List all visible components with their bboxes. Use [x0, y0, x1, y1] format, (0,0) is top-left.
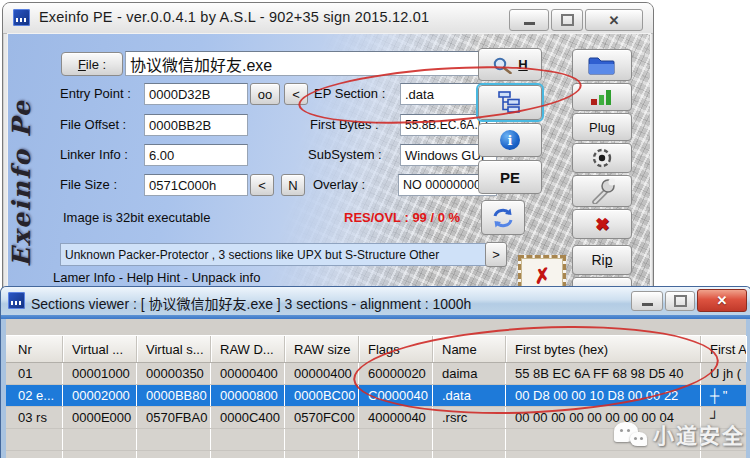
- table-cell[interactable]: [9, 451, 63, 458]
- column-header[interactable]: Virtual s...: [137, 336, 211, 362]
- table-cell[interactable]: [285, 429, 359, 450]
- file-button[interactable]: File :: [61, 52, 123, 76]
- lamer-info-text: Lamer Info - Help Hint - Unpack info: [53, 270, 260, 285]
- brand-vertical-text: Exeinfo Pe: [7, 68, 49, 291]
- linker-info-field[interactable]: 6.00: [144, 144, 248, 166]
- size-back-button[interactable]: <: [250, 174, 274, 196]
- pe-button[interactable]: PE: [478, 160, 542, 194]
- table-cell[interactable]: 40000040: [359, 407, 433, 428]
- table-cell[interactable]: 03 rs: [9, 407, 63, 428]
- wrench-icon: [589, 178, 615, 204]
- table-cell[interactable]: 00000800: [211, 385, 285, 406]
- table-cell[interactable]: 00002000: [63, 385, 137, 406]
- overlay-label: Overlay :: [313, 177, 365, 192]
- file-offset-field[interactable]: 0000BB2B: [144, 114, 248, 136]
- table-cell[interactable]: 0000BC00: [285, 385, 359, 406]
- file-offset-label: File Offset :: [60, 117, 126, 132]
- sections-app-icon: [8, 292, 25, 309]
- oo-button[interactable]: oo: [250, 83, 280, 105]
- bar-chart-icon: [589, 87, 615, 107]
- n-button[interactable]: N: [281, 174, 305, 196]
- sections-window-title: Sections viewer : [ 协议微信加好友.exe ] 3 sect…: [31, 293, 471, 313]
- table-cell[interactable]: [137, 451, 211, 458]
- refresh-icon: [491, 207, 515, 229]
- minimize-button[interactable]: [509, 9, 549, 31]
- window-title: Exeinfo PE - ver.0.0.4.1 by A.S.L - 902+…: [39, 9, 429, 25]
- red-x-icon: ✖: [595, 214, 609, 235]
- plug-button[interactable]: Plug: [572, 113, 632, 141]
- open-file-button[interactable]: [572, 49, 632, 81]
- table-cell[interactable]: 01: [9, 363, 63, 384]
- table-cell[interactable]: 00001000: [63, 363, 137, 384]
- linker-info-label: Linker Info :: [60, 147, 128, 162]
- options-button[interactable]: [572, 143, 632, 173]
- close-button[interactable]: ✕: [585, 9, 643, 31]
- table-cell[interactable]: [701, 451, 746, 458]
- table-cell[interactable]: [137, 429, 211, 450]
- maximize-button[interactable]: [551, 9, 583, 31]
- table-cell[interactable]: 00000400: [211, 363, 285, 384]
- minimize-icon: [524, 22, 535, 25]
- maximize-icon: [561, 14, 574, 26]
- folder-icon: [587, 54, 617, 76]
- tools-button[interactable]: [572, 175, 632, 207]
- column-header[interactable]: RAW D...: [211, 336, 285, 362]
- table-cell[interactable]: [359, 429, 433, 450]
- file-size-field[interactable]: 0571C000h: [144, 174, 248, 196]
- table-cell[interactable]: [506, 451, 701, 458]
- sections-close-icon: ✕: [717, 294, 728, 307]
- rip-button[interactable]: Rip: [572, 245, 632, 275]
- info-button[interactable]: i: [478, 123, 542, 157]
- sections-viewer-window: Sections viewer : [ 协议微信加好友.exe ] 3 sect…: [0, 286, 750, 458]
- file-size-label: File Size :: [60, 177, 117, 192]
- table-cell[interactable]: [433, 429, 506, 450]
- chat-bubbles-icon: [614, 422, 647, 446]
- exit-button[interactable]: ✖: [572, 209, 632, 239]
- diagnosis-field[interactable]: Unknown Packer-Protector , 3 sections li…: [60, 243, 490, 266]
- watermark-text: 小道安全: [653, 419, 745, 449]
- table-cell[interactable]: [359, 451, 433, 458]
- gear-icon: [590, 146, 614, 170]
- table-cell[interactable]: [211, 429, 285, 450]
- more-button[interactable]: >: [485, 242, 507, 267]
- app-icon: [13, 9, 30, 26]
- table-cell[interactable]: [433, 451, 506, 458]
- entry-point-label: Entry Point :: [60, 86, 131, 101]
- table-cell[interactable]: [63, 451, 137, 458]
- table-cell[interactable]: 0570FBA0: [137, 407, 211, 428]
- sections-maximize-icon: [674, 295, 687, 307]
- sections-minimize-icon: [642, 303, 653, 306]
- table-row[interactable]: [6, 451, 746, 458]
- table-cell[interactable]: 0000C400: [211, 407, 285, 428]
- column-header[interactable]: Virtual ...: [63, 336, 137, 362]
- table-cell[interactable]: ┼ ": [701, 385, 746, 406]
- table-cell[interactable]: [211, 451, 285, 458]
- table-cell[interactable]: 00000350: [137, 363, 211, 384]
- table-cell[interactable]: 0000E000: [63, 407, 137, 428]
- table-cell[interactable]: 0570FC00: [285, 407, 359, 428]
- entry-point-field[interactable]: 0000D32B: [144, 83, 248, 105]
- sections-close-button[interactable]: ✕: [697, 289, 747, 312]
- table-cell[interactable]: 00000400: [285, 363, 359, 384]
- subsystem-label: SubSystem :: [308, 147, 382, 162]
- sections-minimize-button[interactable]: [631, 291, 663, 311]
- exeinfo-window: Exeinfo PE - ver.0.0.4.1 by A.S.L - 902+…: [2, 2, 654, 294]
- sections-maximize-button[interactable]: [665, 291, 695, 311]
- column-header[interactable]: Nr: [9, 336, 63, 362]
- main-client-area: Exeinfo Pe File : 协议微信加好友.exe Entry Poin…: [7, 33, 651, 291]
- table-cell[interactable]: [9, 429, 63, 450]
- image-info-text: Image is 32bit executable: [63, 210, 210, 225]
- table-cell[interactable]: 02 e...: [9, 385, 63, 406]
- table-cell[interactable]: [63, 429, 137, 450]
- close-icon: ✕: [609, 14, 620, 27]
- table-cell[interactable]: [285, 451, 359, 458]
- column-header[interactable]: RAW size: [285, 336, 359, 362]
- titlebar[interactable]: Exeinfo PE - ver.0.0.4.1 by A.S.L - 902+…: [3, 3, 653, 34]
- res-ovl-text: RES/OVL : 99 / 0 %: [344, 210, 460, 225]
- sections-titlebar[interactable]: Sections viewer : [ 协议微信加好友.exe ] 3 sect…: [1, 287, 750, 316]
- refresh-button[interactable]: [481, 200, 525, 235]
- table-cell[interactable]: 0000BB80: [137, 385, 211, 406]
- info-icon: i: [500, 130, 520, 150]
- watermark: 小道安全: [614, 419, 745, 449]
